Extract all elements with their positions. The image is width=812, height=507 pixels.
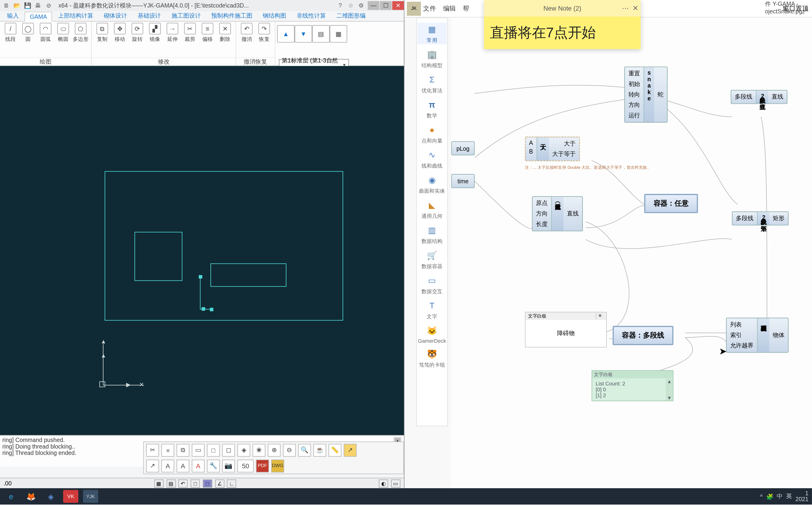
status-btn[interactable]: □ xyxy=(203,479,212,487)
port-index[interactable]: 索引 xyxy=(730,331,754,339)
port-polyline[interactable]: 多段线 xyxy=(735,93,752,101)
sticky-close-icon[interactable]: ✕ xyxy=(632,4,639,12)
tray-ime-mode[interactable]: 英 xyxy=(786,492,792,500)
shape-small-rect[interactable] xyxy=(210,263,287,287)
tool-undo[interactable]: ↶撤消 xyxy=(239,23,255,43)
tool-circle[interactable]: ◯圆 xyxy=(20,23,37,43)
tbtn[interactable]: ✂ xyxy=(146,444,159,457)
sticky-more-icon[interactable]: ⋯ xyxy=(622,4,629,12)
tool-mirror[interactable]: ▞镜像 xyxy=(147,23,163,43)
tool-redo[interactable]: ↷恢复 xyxy=(256,23,272,43)
cad-drawing-area[interactable]: ▲ ▶ ✕ ▲ xyxy=(0,66,404,435)
palette-point[interactable]: ●点和向量 xyxy=(417,123,446,145)
tab-gama[interactable]: GAMA xyxy=(24,12,52,21)
big-table-button[interactable]: ▦ xyxy=(331,25,347,43)
status-btn-right[interactable]: ▭ xyxy=(391,479,400,487)
star-icon[interactable]: ☆ xyxy=(347,1,355,10)
node-plog[interactable]: pLog xyxy=(451,141,475,155)
port-out-rect[interactable]: 矩形 xyxy=(769,212,788,225)
big-down-button[interactable]: ▼ xyxy=(295,25,312,43)
port-polyline[interactable]: 多段线 xyxy=(736,214,754,223)
tbtn[interactable]: □ xyxy=(207,444,220,457)
tbtn[interactable]: ◈ xyxy=(237,444,250,457)
shape-small-square[interactable] xyxy=(135,232,182,281)
tbtn[interactable]: ↗ xyxy=(344,444,357,457)
maximize-button[interactable]: ☐ xyxy=(380,1,392,10)
tbtn[interactable]: 50 xyxy=(237,459,254,472)
sticky-head[interactable]: New Note (2) ⋯ ✕ xyxy=(484,0,641,16)
node-extract-list[interactable]: 列表 索引 允许越界 提取列表项 物体 xyxy=(726,318,789,352)
node-line-vector[interactable]: 原点 方向 长度 直线（向量） 直线 xyxy=(532,196,583,231)
tray-icon[interactable]: 🧩 xyxy=(766,493,773,500)
node-container-any[interactable]: 容器：任意 xyxy=(644,194,698,213)
palette-cards[interactable]: 🐯笃笃的卡组 xyxy=(417,347,446,369)
tbtn[interactable]: A xyxy=(192,459,205,472)
tbtn[interactable]: A xyxy=(161,459,174,472)
palette-curve[interactable]: ∿线和曲线 xyxy=(417,148,446,170)
tbtn[interactable]: ↗ xyxy=(146,459,159,472)
tool-arc[interactable]: ◠圆弧 xyxy=(37,23,54,43)
tbtn[interactable]: ☕ xyxy=(313,444,326,457)
palette-struct[interactable]: 🏢结构模型 xyxy=(417,48,446,69)
port-origin[interactable]: 原点 xyxy=(536,199,548,207)
palette-math[interactable]: π数学 xyxy=(417,98,446,120)
qat-save-icon[interactable]: 💾 xyxy=(23,1,32,10)
tbtn[interactable]: ⊕ xyxy=(268,444,281,457)
port-init[interactable]: 初始 xyxy=(628,80,640,88)
palette-optimize[interactable]: Σ优化算法 xyxy=(417,73,446,95)
port-list[interactable]: 列表 xyxy=(730,321,754,329)
tab-steel[interactable]: 钢结构图 xyxy=(258,10,291,21)
palette-datastruct[interactable]: ▥数据结构 xyxy=(417,224,446,245)
list-panel-scroll[interactable]: ▲▼ xyxy=(666,379,673,401)
port-turn[interactable]: 转向 xyxy=(628,91,640,99)
tool-rotate[interactable]: ⟳旋转 xyxy=(129,23,146,43)
chevron-icon[interactable]: ≡ xyxy=(596,313,604,320)
status-btn[interactable]: ∠ xyxy=(215,479,224,487)
port-length[interactable]: 长度 xyxy=(536,220,548,228)
tbtn[interactable]: ◻ xyxy=(222,444,235,457)
tool-extend[interactable]: →延伸 xyxy=(164,23,181,43)
tbtn[interactable]: ⊖ xyxy=(283,444,296,457)
big-up-button[interactable]: ▲ xyxy=(278,25,294,43)
status-btn[interactable]: ▦ xyxy=(154,479,163,487)
tbtn[interactable]: A xyxy=(176,459,189,472)
minimize-button[interactable]: — xyxy=(368,1,379,10)
qat-open-icon[interactable]: 📂 xyxy=(13,1,21,10)
qat-new-icon[interactable]: 🗎 xyxy=(2,1,11,10)
menu-edit[interactable]: 编辑 xyxy=(443,4,456,13)
port-a[interactable]: A xyxy=(529,139,533,146)
port-out-line[interactable]: 直线 xyxy=(768,91,787,104)
tool-move[interactable]: ✥移动 xyxy=(112,23,128,43)
tool-copy[interactable]: ⧉复制 xyxy=(94,23,111,43)
tool-line[interactable]: /线段 xyxy=(2,23,19,43)
tab-input[interactable]: 输入 xyxy=(2,10,23,21)
close-button[interactable]: ✕ xyxy=(392,1,404,10)
node-poly2line[interactable]: 多段线 多段线2直线 直线 xyxy=(731,90,787,104)
tab-precast[interactable]: 预制构件施工图 xyxy=(207,10,257,21)
tbtn[interactable]: 🔍 xyxy=(298,444,311,457)
port-reset[interactable]: 重置 xyxy=(628,69,640,78)
palette-interact[interactable]: ▭数据交互 xyxy=(417,274,446,295)
tbtn[interactable]: 📏 xyxy=(328,444,341,457)
qat-print-icon[interactable]: 🖶 xyxy=(34,1,42,10)
tool-ellipse[interactable]: ⬭椭圆 xyxy=(55,23,71,43)
port-gte[interactable]: 大于等于 xyxy=(552,150,576,158)
palette-geom[interactable]: ◣通用几何 xyxy=(417,199,446,220)
node-time[interactable]: time xyxy=(451,174,475,188)
port-run[interactable]: 运行 xyxy=(628,111,640,120)
taskbar-app-vk[interactable]: VK xyxy=(63,490,79,503)
taskbar-app-yjk[interactable]: YJK xyxy=(83,490,98,503)
anchor-point[interactable] xyxy=(202,307,205,311)
tbtn-pdf[interactable]: PDF xyxy=(256,459,269,472)
tab-2d[interactable]: 二维图形编 xyxy=(332,10,370,21)
help-icon[interactable]: ? xyxy=(336,1,345,10)
big-layers-button[interactable]: ▤ xyxy=(313,25,329,43)
palette-container[interactable]: 🛒数据容器 xyxy=(417,249,446,270)
status-btn[interactable]: ▤ xyxy=(166,479,176,487)
anchor-point[interactable] xyxy=(210,308,213,311)
tool-polygon[interactable]: ⬠多边形 xyxy=(72,23,89,43)
status-btn[interactable]: ∟ xyxy=(227,479,236,487)
status-btn-right[interactable]: ◐ xyxy=(379,479,388,487)
tbtn[interactable]: ⧉ xyxy=(176,444,189,457)
palette-gamerdeck[interactable]: 🐱GamerDeck xyxy=(417,324,446,344)
